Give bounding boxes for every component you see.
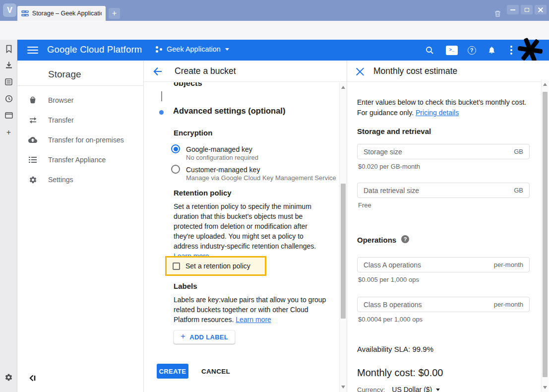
history-panel-button[interactable] (4, 94, 13, 103)
plus-icon: + (6, 128, 11, 137)
download-icon (5, 61, 13, 69)
bookmark-icon (5, 45, 12, 53)
radio-label[interactable]: Google-managed key (186, 144, 252, 154)
cost-panel-scrollbar[interactable] (541, 79, 549, 392)
windows-panel-button[interactable] (4, 111, 13, 120)
class-a-helper: $0.005 per 1,000 ops (358, 276, 419, 283)
close-icon (538, 7, 543, 12)
kebab-menu-icon (510, 46, 512, 55)
data-retrieval-size-input[interactable]: Data retrieval size GB (357, 183, 530, 198)
gcp-search-button[interactable] (424, 44, 435, 56)
maximize-button[interactable] (521, 5, 533, 14)
scroll-up-arrow-icon[interactable] (543, 83, 547, 86)
scrollbar-thumb[interactable] (543, 92, 548, 377)
scroll-up-arrow-icon[interactable] (341, 86, 345, 89)
labels-learn-more-link[interactable]: Learn more (236, 316, 271, 324)
sidebar-item-label: Browser (48, 96, 73, 104)
back-button[interactable] (153, 66, 163, 76)
sidebar-item-transfer-appliance[interactable]: Transfer Appliance (17, 150, 144, 170)
gcp-menu-button[interactable] (27, 47, 38, 54)
scroll-down-arrow-icon[interactable] (543, 386, 547, 389)
step-bullet-icon (159, 110, 164, 115)
gcp-app-header: Google Cloud Platform Geek Application >… (17, 40, 549, 61)
class-a-operations-input[interactable]: Class A operations per-month (357, 257, 530, 272)
cloud-shell-button[interactable]: >_ (446, 44, 458, 56)
monthly-cost-panel: Monthly cost estimate Enter values below… (347, 61, 549, 392)
notifications-button[interactable] (486, 44, 497, 56)
currency-caret-icon[interactable] (436, 389, 440, 391)
input-unit-suffix: per-month (494, 261, 523, 268)
input-placeholder: Class B operations (364, 301, 494, 309)
set-retention-policy-checkbox[interactable] (173, 262, 180, 270)
radio-description: No configuration required (186, 154, 258, 161)
add-label-button[interactable]: + ADD LABEL (174, 330, 235, 344)
input-placeholder: Data retrieval size (364, 187, 514, 195)
class-b-helper: $0.0004 per 1,000 ops (358, 316, 423, 323)
retention-checkbox-highlight: Set a retention policy (165, 256, 266, 276)
checkbox-label[interactable]: Set a retention policy (185, 261, 250, 271)
pricing-details-link[interactable]: Pricing details (416, 109, 459, 117)
collapse-sidebar-button[interactable] (29, 374, 37, 382)
minimize-button[interactable] (507, 5, 519, 14)
panel-title: Create a bucket (175, 66, 236, 76)
sidebar-item-settings[interactable]: Settings (17, 170, 144, 190)
add-panel-button[interactable]: + (4, 128, 13, 137)
input-unit-suffix: GB (514, 187, 523, 194)
gcp-help-button[interactable]: ? (466, 44, 478, 56)
downloads-panel-button[interactable] (4, 60, 13, 69)
main-panel-scrollbar[interactable] (339, 82, 347, 392)
bell-icon (488, 46, 496, 55)
vivaldi-logo-icon: V (7, 6, 12, 15)
terminal-icon: >_ (446, 46, 458, 55)
new-tab-button[interactable]: + (109, 8, 120, 19)
sidebar-item-transfer-on-premises[interactable]: Transfer for on-premises (17, 130, 144, 150)
input-unit-suffix: per-month (494, 301, 523, 308)
input-placeholder: Class A operations (364, 261, 494, 269)
project-selector[interactable]: Geek Application (155, 45, 229, 53)
vivaldi-menu-button[interactable]: V (3, 3, 16, 17)
class-b-operations-input[interactable]: Class B operations per-month (357, 297, 530, 312)
create-button[interactable]: CREATE (157, 364, 188, 379)
radio-label[interactable]: Customer-managed key (186, 165, 260, 175)
browser-window: V Storage – Geek Application + (0, 0, 549, 392)
storage-size-helper: $0.020 per GB-month (358, 163, 420, 170)
scroll-down-arrow-icon[interactable] (341, 386, 345, 389)
bookmarks-panel-button[interactable] (4, 44, 13, 54)
currency-selector[interactable]: US Dollar ($) (392, 386, 432, 392)
gcp-brand[interactable]: Google Cloud Platform (47, 44, 142, 55)
cancel-button[interactable]: CANCEL (201, 368, 230, 375)
radio-google-managed-key[interactable] (171, 144, 180, 153)
storage-retrieval-heading: Storage and retrieval (357, 127, 431, 135)
data-retrieval-helper: Free (358, 201, 371, 209)
scrollbar-thumb[interactable] (341, 184, 346, 319)
trash-closed-tabs-button[interactable] (493, 9, 502, 18)
currency-row: Currency: US Dollar ($) (357, 386, 440, 392)
encryption-heading: Encryption (174, 129, 212, 137)
sidebar-item-transfer[interactable]: Transfer (17, 110, 144, 130)
input-placeholder: Storage size (364, 148, 514, 156)
cost-panel-header: Monthly cost estimate (347, 61, 549, 82)
project-name: Geek Application (167, 45, 221, 53)
browser-navbar: console.cloud.google.com/storage/create-… (0, 21, 549, 40)
labels-description: Labels are key:value pairs that allow yo… (174, 295, 328, 325)
operations-help-icon[interactable]: ? (401, 235, 409, 243)
project-icon (155, 46, 162, 53)
input-unit-suffix: GB (514, 148, 523, 155)
availability-sla-text: Availability SLA: 99.9% (357, 345, 433, 353)
sidebar-item-browser[interactable]: Browser (17, 90, 144, 110)
create-bucket-panel: Create a bucket objects Advanced setting… (144, 61, 347, 392)
notes-panel-button[interactable] (4, 77, 13, 86)
plus-icon: + (112, 9, 117, 18)
browser-tab[interactable]: Storage – Geek Application (17, 6, 106, 21)
tab-favicon-storage-icon (21, 10, 29, 17)
storage-size-input[interactable]: Storage size GB (357, 144, 530, 159)
close-panel-button[interactable] (356, 67, 365, 76)
sidebar-item-label: Transfer for on-premises (48, 136, 124, 144)
browser-settings-button[interactable] (4, 373, 13, 382)
gear-icon (4, 373, 13, 382)
gear-icon (28, 175, 37, 184)
radio-customer-managed-key[interactable] (171, 165, 180, 174)
close-window-button[interactable] (535, 5, 547, 14)
minimize-icon (510, 9, 515, 10)
tab-title: Storage – Geek Application (32, 10, 102, 17)
